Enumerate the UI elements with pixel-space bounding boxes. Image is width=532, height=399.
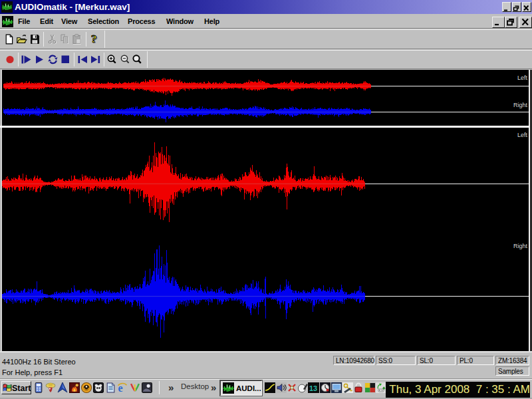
svg-text:?: ? xyxy=(91,33,97,45)
svg-text:Left: Left xyxy=(517,74,528,81)
svg-text:Right: Right xyxy=(513,243,528,249)
svg-text:Left: Left xyxy=(517,132,528,138)
svg-text:13: 13 xyxy=(309,384,317,392)
svg-text:Right: Right xyxy=(513,102,528,108)
